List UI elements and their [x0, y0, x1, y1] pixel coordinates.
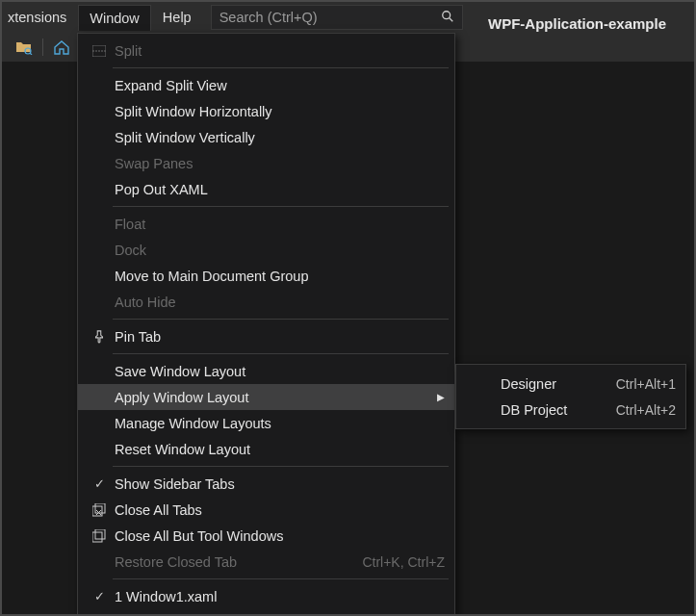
menu-label: Reset Window Layout — [113, 442, 445, 457]
shortcut-label: Ctrl+K, Ctrl+Z — [362, 554, 445, 570]
apply-window-layout-submenu: Designer Ctrl+Alt+1 DB Project Ctrl+Alt+… — [455, 364, 686, 429]
menu-label: DB Project — [491, 402, 616, 418]
menu-label: Close All Tabs — [113, 502, 445, 518]
menu-label: Pop Out XAML — [113, 182, 445, 197]
menu-restore-closed-tab: Restore Closed Tab Ctrl+K, Ctrl+Z — [78, 549, 454, 575]
menu-auto-hide: Auto Hide — [78, 289, 454, 315]
window-dropdown: Split Expand Split View Split Window Hor… — [77, 33, 455, 616]
menu-dock: Dock — [78, 237, 454, 263]
menu-label: Close All But Tool Windows — [113, 528, 445, 544]
menu-label: Apply Window Layout — [113, 390, 431, 405]
search-input[interactable]: Search (Ctrl+Q) — [211, 5, 463, 30]
menu-extensions[interactable]: xtensions — [8, 4, 78, 31]
menu-label: Expand Split View — [113, 78, 445, 93]
separator — [113, 206, 449, 207]
menu-label: Save Window Layout — [113, 364, 445, 379]
menu-label: Pin Tab — [113, 329, 445, 345]
menu-label: Auto Hide — [113, 295, 445, 310]
shortcut-label: Ctrl+Alt+1 — [616, 376, 676, 392]
menu-pop-out-xaml[interactable]: Pop Out XAML — [78, 176, 454, 202]
separator — [113, 466, 449, 467]
svg-line-3 — [30, 53, 32, 55]
separator — [113, 319, 449, 320]
project-name-label: WPF-Application-example — [488, 15, 666, 32]
menu-help[interactable]: Help — [151, 4, 203, 31]
svg-rect-10 — [92, 532, 102, 542]
submenu-db-project[interactable]: DB Project Ctrl+Alt+2 — [456, 397, 685, 423]
check-icon — [86, 476, 113, 491]
menu-expand-split-view[interactable]: Expand Split View — [78, 72, 454, 98]
svg-line-1 — [449, 18, 452, 22]
search-placeholder: Search (Ctrl+Q) — [219, 10, 318, 25]
svg-point-0 — [442, 12, 450, 19]
menu-label: Show Sidebar Tabs — [113, 476, 445, 492]
menu-split: Split — [78, 38, 454, 64]
close-all-but-tool-icon — [86, 529, 113, 543]
menu-label: Split Window Horizontally — [113, 104, 445, 119]
pin-icon — [86, 330, 113, 344]
menu-label: Move to Main Document Group — [113, 269, 445, 284]
menu-label: Manage Window Layouts — [113, 416, 445, 431]
home-icon[interactable] — [53, 38, 70, 56]
svg-rect-11 — [95, 529, 105, 539]
menu-close-all-but-tool-windows[interactable]: Close All But Tool Windows — [78, 523, 454, 549]
menu-move-to-main-doc-group[interactable]: Move to Main Document Group — [78, 263, 454, 289]
menu-label: Dock — [113, 243, 445, 258]
menu-label: Split Window Vertically — [113, 130, 445, 145]
menu-label: Swap Panes — [113, 156, 445, 171]
split-icon — [86, 45, 113, 57]
chevron-right-icon: ▶ — [431, 392, 445, 402]
separator — [113, 578, 449, 579]
open-folder-icon[interactable] — [15, 38, 33, 56]
menu-label: 1 Window1.xaml — [113, 589, 445, 604]
menu-float: Float — [78, 211, 454, 237]
menu-show-sidebar-tabs[interactable]: Show Sidebar Tabs — [78, 471, 454, 497]
menu-label: Float — [113, 217, 445, 232]
menu-label: Split — [113, 43, 445, 59]
menu-window[interactable]: Window — [78, 5, 151, 31]
close-all-tabs-icon — [86, 503, 113, 517]
menu-reset-window-layout[interactable]: Reset Window Layout — [78, 436, 454, 462]
search-icon[interactable] — [441, 10, 454, 26]
menu-windows[interactable]: Windows... — [78, 609, 454, 616]
shortcut-label: Ctrl+Alt+2 — [616, 402, 676, 418]
submenu-designer[interactable]: Designer Ctrl+Alt+1 — [456, 371, 685, 397]
menu-split-vertically[interactable]: Split Window Vertically — [78, 124, 454, 150]
check-icon — [86, 589, 113, 603]
menu-pin-tab[interactable]: Pin Tab — [78, 323, 454, 349]
menu-label: Designer — [491, 376, 616, 392]
menu-close-all-tabs[interactable]: Close All Tabs — [78, 497, 454, 523]
separator — [113, 67, 449, 68]
menu-apply-window-layout[interactable]: Apply Window Layout ▶ — [78, 384, 454, 410]
menu-split-horizontally[interactable]: Split Window Horizontally — [78, 98, 454, 124]
menu-label: Restore Closed Tab — [113, 554, 362, 570]
separator — [113, 353, 449, 354]
menu-save-window-layout[interactable]: Save Window Layout — [78, 358, 454, 384]
menu-manage-window-layouts[interactable]: Manage Window Layouts — [78, 410, 454, 436]
menu-window-1[interactable]: 1 Window1.xaml — [78, 583, 454, 609]
menu-swap-panes: Swap Panes — [78, 150, 454, 176]
